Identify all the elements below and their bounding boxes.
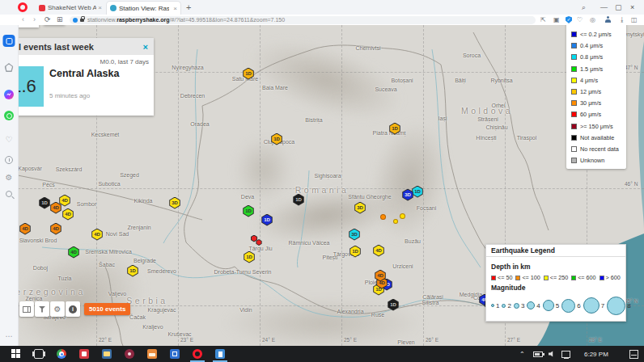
tab-shakenet[interactable]: ShakeNet Web App: Raspb × [36, 1, 105, 15]
app-icon[interactable] [170, 349, 180, 359]
legend-label: 4 μm/s [580, 77, 598, 84]
events-panel-title: All events last week [10, 42, 143, 52]
network-icon[interactable] [561, 351, 570, 358]
earthquake-marker[interactable] [400, 213, 405, 219]
tray-chevron-icon[interactable]: ⌃ [519, 351, 525, 358]
new-tab-button[interactable]: + [186, 2, 191, 12]
latitude-label: 47° N [625, 65, 638, 70]
magnitude-number: 1 [496, 302, 499, 309]
panels-icon[interactable]: ◫ [631, 16, 638, 23]
battery-icon[interactable] [533, 351, 543, 357]
filter-button[interactable] [35, 301, 49, 317]
legend-swatch [571, 112, 577, 117]
legend-label: 12 μm/s [580, 88, 601, 95]
earthquake-marker[interactable] [393, 219, 398, 224]
map-label: Čačak [129, 314, 146, 320]
shakenet-app-icon[interactable] [79, 349, 89, 359]
info-button[interactable]: i [66, 301, 80, 317]
chrome-icon[interactable] [57, 349, 66, 359]
browser-sidebar: ♡ ⚙ ⋯ [0, 25, 19, 346]
vpn-shield-icon[interactable]: ✓ [566, 16, 572, 23]
clock-time[interactable]: 6:29 PM [584, 351, 608, 358]
columns-view-button[interactable] [19, 301, 34, 317]
search-icon[interactable] [6, 191, 12, 197]
start-button-icon[interactable] [11, 349, 21, 359]
magnitude-number: 4 [536, 302, 540, 309]
legend-item: 0.8 μm/s [571, 53, 626, 61]
workspace-icon[interactable] [5, 63, 14, 72]
tab-tiles-button[interactable]: ⊞ [57, 15, 63, 23]
app-icon[interactable] [125, 349, 134, 359]
messenger-icon[interactable] [4, 90, 14, 99]
settings-gear-icon[interactable]: ⚙ [6, 174, 13, 182]
legend-label: >= 150 μm/s [580, 123, 613, 130]
history-clock-icon[interactable] [5, 156, 13, 164]
close-button[interactable]: × [630, 3, 634, 11]
document-app-icon[interactable] [215, 349, 225, 359]
magnitude-circle [543, 300, 554, 311]
info-icon: i [69, 305, 77, 314]
magnitude-circle [502, 304, 506, 308]
legend-label: <= 0.2 μm/s [580, 31, 612, 38]
extensions-icon[interactable]: ◎ [590, 16, 595, 23]
back-button[interactable]: ‹ [22, 15, 24, 23]
tab-stationview[interactable]: Station View: Raspberry Sh × [106, 1, 181, 15]
opera-logo-icon[interactable] [18, 2, 28, 12]
map-label: Strășeni [477, 116, 498, 122]
tab-close-icon[interactable]: × [96, 4, 102, 11]
sidebar-more-icon[interactable]: ⋯ [6, 332, 13, 340]
address-bar[interactable]: stationview.raspberryshake.org/#/?lat=45… [70, 16, 536, 24]
heart-icon[interactable]: ♡ [577, 16, 583, 23]
bookmarks-heart-icon[interactable]: ♡ [6, 136, 13, 144]
longitude-label: 27° E [507, 337, 520, 343]
location-pin-icon [73, 18, 78, 23]
map-label: Sfântu Gheorghe [348, 194, 391, 200]
station-code: 1D [273, 137, 280, 141]
lock-icon [80, 19, 84, 22]
legend-swatch [571, 124, 577, 129]
map-label: Soroca [463, 53, 481, 58]
earthquake-marker[interactable] [380, 214, 386, 220]
map-label: Târgu Jiu [248, 246, 272, 251]
tab-strip: ShakeNet Web App: Raspb × Station View: … [0, 0, 644, 15]
task-view-icon[interactable] [34, 349, 44, 359]
station-code: 4D [377, 273, 383, 278]
close-icon[interactable]: × [143, 42, 148, 52]
minimize-button[interactable]: — [600, 3, 608, 11]
map-label: Bistrița [305, 117, 322, 123]
magnitude-circle [607, 297, 625, 315]
file-explorer-icon[interactable] [102, 349, 112, 359]
map-label: Valjevo [108, 291, 126, 297]
tab-close-icon[interactable]: × [172, 5, 177, 12]
maximize-button[interactable]: ▢ [615, 3, 622, 11]
map-label: Călărași [422, 294, 443, 300]
events-count-badge[interactable]: 5010 events [84, 303, 130, 315]
app-icon[interactable] [147, 349, 157, 359]
profile-icon[interactable] [604, 16, 611, 23]
snapshot-camera-icon[interactable]: ▣ [553, 16, 560, 23]
map-label: Kaposvár [18, 166, 42, 171]
reload-button[interactable]: ⟳ [44, 15, 51, 23]
legend-label: 30 μm/s [580, 99, 601, 107]
speed-dial-icon[interactable] [3, 35, 15, 47]
station-code: 3D [357, 205, 363, 210]
download-icon[interactable]: ⭳ [619, 16, 625, 23]
event-card[interactable]: M0.0, last 7 days 1.6 Central Alaska 5 m… [4, 55, 154, 116]
opera-taskbar-icon[interactable] [193, 349, 202, 359]
share-icon[interactable]: ⇱ [540, 16, 546, 23]
speaker-icon[interactable] [549, 351, 555, 357]
legend-swatch [571, 43, 577, 48]
map-label: Piatra Neamț [373, 130, 406, 136]
map-label: Râmnicu Vâlcea [289, 240, 330, 246]
settings-button[interactable]: ⚙ [50, 301, 65, 317]
filter-funnel-icon [39, 306, 46, 313]
nav-bar: ‹ › ⟳ ⊞ stationview.raspberryshake.org/#… [0, 15, 644, 25]
gear-icon: ⚙ [54, 305, 61, 314]
forward-button[interactable]: › [33, 15, 36, 23]
tab-title: Station View: Raspberry Sh [119, 5, 169, 12]
action-center-icon[interactable] [629, 350, 638, 359]
search-tabs-icon[interactable]: ⌕ [582, 3, 586, 12]
whatsapp-icon[interactable] [4, 111, 14, 120]
magnitude-circle [583, 297, 600, 314]
map-label: Vidin [239, 307, 252, 313]
